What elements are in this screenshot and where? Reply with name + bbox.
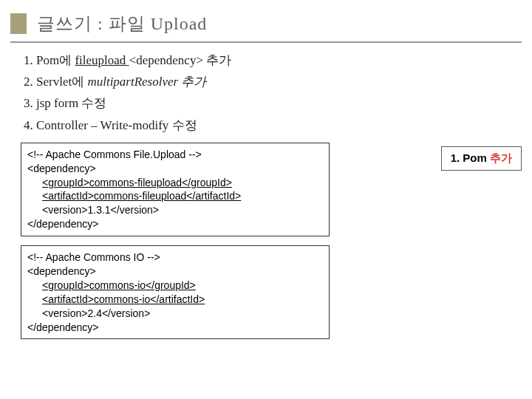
title-bullet-icon: [10, 13, 27, 34]
box2-line-1: <!-- Apache Commons IO -->: [27, 250, 323, 265]
box1-line-3: <groupId>commons-fileupload</groupId>: [27, 176, 323, 190]
box1-line-6: </dependency>: [27, 217, 323, 231]
slide-title-bar: 글쓰기 : 파일 Upload: [10, 6, 522, 43]
callout-label: 1. Pom: [451, 151, 490, 164]
step-2-italic: multipartResolver 추가: [87, 75, 206, 89]
callout-box: 1. Pom 추가: [441, 146, 522, 171]
step-3: 3. jsp form 수정: [24, 93, 532, 113]
step-1-rest: <dependency> 추가: [129, 53, 232, 67]
box1-line-5: <version>1.3.1</version>: [27, 203, 323, 217]
slide-title: 글쓰기 : 파일 Upload: [37, 12, 207, 35]
dependency-box-2: <!-- Apache Commons IO --> <dependency> …: [21, 245, 330, 339]
dependency-box-1: <!-- Apache Commons File.Upload --> <dep…: [21, 143, 330, 236]
callout-red: 추가: [490, 151, 512, 164]
box2-line-6: </dependency>: [27, 321, 323, 335]
step-1-prefix: 1. Pom에: [24, 53, 75, 67]
box2-line-2: <dependency>: [27, 265, 323, 279]
box2-line-5: <version>2.4</version>: [27, 307, 323, 321]
steps-list: 1. Pom에 fileupload <dependency> 추가 2. Se…: [24, 50, 532, 135]
step-2-prefix: 2. Servlet에: [24, 75, 87, 89]
step-1: 1. Pom에 fileupload <dependency> 추가: [24, 50, 532, 70]
step-4: 4. Controller – Write-modify 수정: [24, 115, 532, 135]
box2-line-4: <artifactId>commons-io</artifactId>: [27, 293, 323, 307]
step-1-underline: fileupload: [75, 53, 129, 67]
box1-line-4: <artifactId>commons-fileupload</artifact…: [27, 189, 323, 203]
box1-line-2: <dependency>: [27, 162, 323, 176]
step-2: 2. Servlet에 multipartResolver 추가: [24, 72, 532, 92]
box1-line-1: <!-- Apache Commons File.Upload -->: [27, 148, 323, 162]
box2-line-3: <groupId>commons-io</groupId>: [27, 279, 323, 293]
